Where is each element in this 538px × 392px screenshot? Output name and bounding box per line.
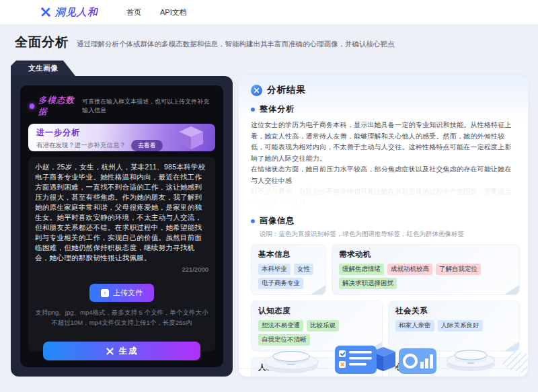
overall-analysis-faded-line: 到不适与紧张，自我定位不够清晰也可能让她在求职选择的过程中产生困扰，需要适当的情…: [251, 186, 516, 208]
brand-x-icon: [40, 7, 51, 17]
generate-button[interactable]: 生成: [43, 342, 200, 360]
tag[interactable]: 本科毕业: [258, 264, 291, 275]
overall-analysis-heading: 整体分析: [260, 104, 295, 115]
tag[interactable]: 解决求职选择困扰: [339, 278, 397, 289]
card-title: 心身健康: [395, 362, 512, 373]
nav-item-api-docs[interactable]: API文档: [160, 7, 187, 17]
page-subtitle: 通过理解分析个体或群体的多模态数据和信息，智能构建出其丰富而准确的心理画像，并确…: [77, 40, 395, 49]
page: 洞见人和 首页 API文档 全面分析 通过理解分析个体或群体的多模态数据和信息，…: [0, 0, 538, 392]
page-title: 全面分析: [15, 34, 69, 51]
tag[interactable]: 了解自我定位: [436, 264, 481, 275]
further-analysis-banner[interactable]: 进一步分析 有潜在发现？进一步补充信息？ 去看看: [28, 124, 215, 151]
purple-dot-icon: [30, 104, 34, 109]
cube-3d-icon: [174, 125, 208, 151]
input-panel-body: 多模态数据 可直接在输入框文本描述，也可以上传文件补充输入信息 进一步分析 有潜…: [20, 85, 223, 367]
result-panel: 分析结果 整体分析 这位女士的学历为电子商务本科，显示出她具备一定的专业知识和技…: [239, 75, 528, 377]
card-title: 人格特质: [258, 362, 375, 373]
analysis-badge-icon: [251, 85, 262, 96]
tag[interactable]: 缓解焦虑情绪: [339, 264, 384, 275]
generate-button-label: 生成: [119, 346, 139, 357]
top-navbar: 洞见人和 首页 API文档: [0, 0, 538, 25]
brand-logo[interactable]: 洞见人和: [40, 6, 98, 19]
profile-input-area: 小赵，25岁，女生，杭州人，某非211、985本科学校电子商务专业毕业。她性格温…: [28, 157, 215, 352]
multimodal-label: 多模态数据: [38, 95, 78, 118]
card-title: 基本信息: [258, 249, 319, 260]
nav-menu: 首页 API文档: [126, 7, 187, 17]
tag[interactable]: 电子商务专业: [258, 278, 303, 289]
upload-button-label: 上传文件: [113, 288, 143, 298]
card-cognitive-attitude: 认知态度 想法不易变通 比较乐观 自我定位不清晰: [251, 301, 383, 352]
portrait-info-section: 画像信息 说明：蓝色为直接识别标签，绿色为图谱推导标签，红色为群体画像标签 基本…: [251, 215, 516, 377]
upload-hint: 支持png、jpg、mp4格式，最多支持 5 个文件，单个文件大小不超过10M，…: [35, 307, 208, 327]
nav-item-home[interactable]: 首页: [126, 7, 141, 17]
tag[interactable]: 人际关系良好: [438, 320, 483, 331]
result-title: 分析结果: [267, 84, 306, 96]
card-mental-health: 心身健康 压力水平高 部分焦虑症状 存在社交焦虑: [388, 357, 520, 377]
card-title: 需求动机: [339, 249, 512, 260]
portrait-cards-grid: 基本信息 本科毕业 女性 电子商务专业 需求动机 缓解焦虑情绪 成就动机较高 了…: [251, 244, 520, 377]
tag[interactable]: 比较乐观: [307, 320, 339, 331]
portrait-info-heading: 画像信息: [260, 215, 295, 227]
tab-text-to-portrait[interactable]: 文生画像: [11, 61, 75, 76]
banner-subtitle: 有潜在发现？进一步补充信息？: [36, 141, 126, 150]
input-panel: 文生画像 多模态数据 可直接在输入框文本描述，也可以上传文件补充输入信息 进一步…: [11, 61, 233, 377]
multimodal-hint: 可直接在输入框文本描述，也可以上传文件补充输入信息: [82, 97, 215, 115]
card-personality-traits: 人格特质 宜人性高 外倾性低: [251, 357, 383, 377]
multimodal-header: 多模态数据 可直接在输入框文本描述，也可以上传文件补充输入信息: [30, 95, 215, 118]
input-panel-frame: 多模态数据 可直接在输入框文本描述，也可以上传文件补充输入信息 进一步分析 有潜…: [11, 76, 233, 377]
tag[interactable]: 女性: [294, 264, 313, 275]
banner-go-button[interactable]: 去看看: [131, 140, 163, 151]
upload-icon: ↑: [101, 289, 109, 297]
profile-text-input[interactable]: 小赵，25岁，女生，杭州人，某非211、985本科学校电子商务专业毕业。她性格温…: [35, 162, 208, 263]
bullet-dot-icon: [251, 108, 255, 112]
brand-name: 洞见人和: [55, 6, 98, 19]
upload-file-button[interactable]: ↑ 上传文件: [89, 284, 154, 302]
card-title: 认知态度: [258, 306, 375, 316]
tag[interactable]: 想法不易变通: [258, 320, 303, 331]
char-counter: 221/2000: [35, 266, 208, 273]
bullet-dot-icon: [251, 219, 255, 223]
tag-color-legend: 说明：蓝色为直接识别标签，绿色为图谱推导标签，红色为群体画像标签: [260, 230, 516, 239]
card-basic-info: 基本信息 本科毕业 女性 电子商务专业: [251, 244, 326, 295]
page-header: 全面分析 通过理解分析个体或群体的多模态数据和信息，智能构建出其丰富而准确的心理…: [15, 34, 395, 51]
tag[interactable]: 和家人亲密: [395, 320, 434, 331]
result-header: 分析结果: [251, 84, 516, 96]
overall-analysis-section: 整体分析 这位女士的学历为电子商务本科，显示出她具备一定的专业知识和技能。从性格…: [251, 104, 516, 208]
tag[interactable]: 成就动机较高: [387, 264, 432, 275]
tag[interactable]: 自我定位不清晰: [258, 334, 310, 346]
card-social-relations: 社会关系 和家人亲密 人际关系良好: [388, 301, 520, 352]
card-title: 社会关系: [395, 306, 512, 316]
card-needs-motivation: 需求动机 缓解焦虑情绪 成就动机较高 了解自我定位 解决求职选择困扰: [332, 244, 520, 295]
overall-analysis-paragraph-2: 在情绪状态方面，她目前压力水平较高，部分焦虑症状以及社交焦虑的存在可能让她在与人…: [251, 164, 516, 186]
generate-x-icon: [106, 347, 114, 356]
overall-analysis-paragraph-1: 这位女士的学历为电子商务本科，显示出她具备一定的专业知识和技能。从性格特征上看，…: [251, 120, 516, 164]
